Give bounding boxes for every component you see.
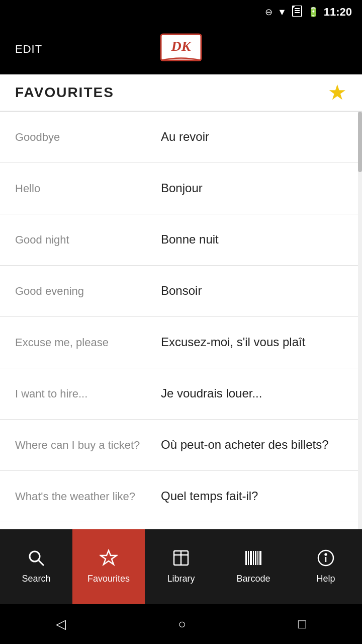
phrase-row[interactable]: What's the weather like?Quel temps fait-… [0, 471, 362, 522]
android-navigation: ◁ ○ □ [0, 604, 362, 644]
phrase-row[interactable]: Excuse me, pleaseExcusez-moi, s'il vous … [0, 317, 362, 368]
phrase-french: Bonne nuit [161, 231, 347, 248]
nav-item-help[interactable]: Help [290, 529, 362, 604]
home-button[interactable]: ○ [178, 616, 186, 632]
svg-rect-19 [259, 551, 261, 565]
phrase-french: Quel temps fait-il? [161, 488, 347, 504]
svg-point-6 [30, 551, 40, 561]
content-area: GoodbyeAu revoirHelloBonjourGood nightBo… [0, 112, 362, 560]
phrase-english: Goodbye [15, 130, 161, 145]
phrase-english: Hello [15, 181, 161, 196]
wifi-icon: ▼ [278, 7, 287, 18]
nav-label-search: Search [22, 574, 50, 584]
svg-rect-16 [253, 551, 254, 565]
svg-rect-13 [245, 551, 247, 565]
phrase-french: Excusez-moi, s'il vous plaît [161, 334, 347, 350]
phrase-french: Bonsoir [161, 283, 347, 299]
phrase-french: Je voudrais louer... [161, 385, 347, 401]
top-bar: EDIT DK [0, 24, 362, 74]
status-bar: ⊖ ▼ 🔋 11:20 [0, 0, 362, 24]
nav-item-barcode[interactable]: Barcode [217, 529, 290, 604]
phrase-row[interactable]: Good eveningBonsoir [0, 266, 362, 317]
bottom-navigation: Search Favourites Library [0, 529, 362, 604]
edit-button[interactable]: EDIT [15, 43, 42, 56]
svg-marker-8 [101, 550, 117, 565]
recents-button[interactable]: □ [298, 616, 306, 632]
phrase-english: What's the weather like? [15, 489, 161, 504]
phrase-english: I want to hire... [15, 386, 161, 401]
nav-label-help: Help [316, 574, 335, 584]
phrase-english: Good night [15, 232, 161, 248]
back-button[interactable]: ◁ [56, 616, 66, 632]
barcode-icon [244, 549, 262, 570]
phrase-english: Where can I buy a ticket? [15, 438, 161, 453]
phrase-row[interactable]: Good nightBonne nuit [0, 214, 362, 266]
scrollbar[interactable] [358, 112, 362, 560]
search-icon [27, 549, 45, 570]
phrase-french: Où peut-on acheter des billets? [161, 437, 347, 453]
phrase-row[interactable]: GoodbyeAu revoir [0, 112, 362, 163]
nav-label-barcode: Barcode [236, 574, 270, 584]
nav-label-library: Library [167, 574, 195, 584]
book-icon [172, 549, 190, 570]
sim-icon [292, 6, 303, 19]
svg-rect-15 [250, 551, 252, 565]
phrase-row[interactable]: HelloBonjour [0, 163, 362, 214]
nav-label-favourites: Favourites [87, 574, 130, 584]
phrase-row[interactable]: I want to hire...Je voudrais louer... [0, 368, 362, 420]
svg-line-7 [39, 560, 44, 566]
scrollbar-thumb[interactable] [358, 112, 362, 172]
star-outline-icon [100, 549, 118, 570]
phrases-list: GoodbyeAu revoirHelloBonjourGood nightBo… [0, 112, 362, 560]
nav-item-favourites[interactable]: Favourites [72, 529, 145, 604]
svg-rect-17 [255, 551, 256, 565]
svg-text:DK: DK [171, 38, 192, 54]
phrase-french: Bonjour [161, 180, 347, 196]
svg-point-22 [325, 554, 327, 555]
dk-logo: DK [158, 32, 204, 67]
nav-item-library[interactable]: Library [145, 529, 217, 604]
favourites-header: FAVOURITES ★ [0, 74, 362, 112]
favourites-star-icon[interactable]: ★ [328, 82, 347, 103]
phrase-english: Good evening [15, 284, 161, 299]
phrase-row[interactable]: Where can I buy a ticket?Où peut-on ache… [0, 420, 362, 471]
info-icon [317, 549, 335, 570]
svg-rect-18 [257, 551, 258, 565]
svg-rect-14 [248, 551, 249, 565]
favourites-title: FAVOURITES [15, 85, 114, 101]
battery-icon: 🔋 [308, 7, 319, 18]
phrase-french: Au revoir [161, 129, 347, 145]
nav-item-search[interactable]: Search [0, 529, 72, 604]
status-time: 11:20 [324, 6, 352, 19]
phrase-english: Excuse me, please [15, 335, 161, 350]
minus-icon: ⊖ [265, 7, 273, 18]
